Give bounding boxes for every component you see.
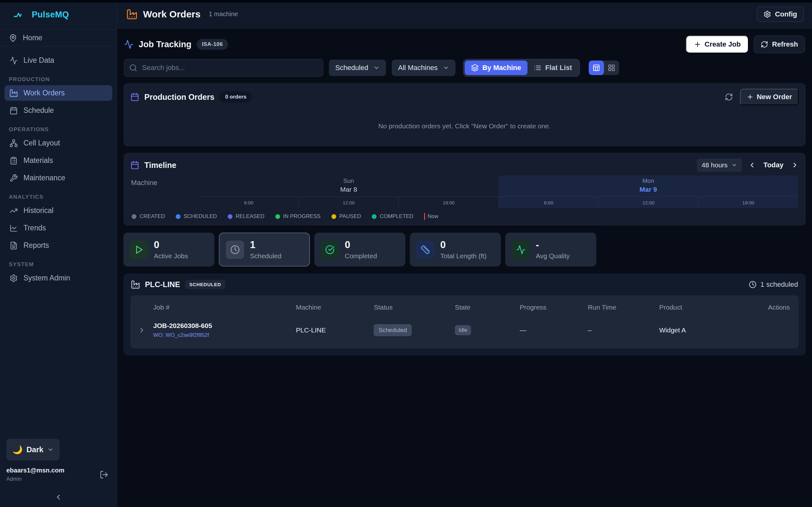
sidebar-item-system-admin[interactable]: System Admin: [4, 270, 112, 286]
refresh-icon[interactable]: [725, 93, 733, 101]
col-actions: Actions: [747, 303, 799, 311]
search-input[interactable]: [124, 59, 323, 77]
col-state: State: [455, 303, 520, 311]
stat-label: Avg Quality: [536, 252, 570, 260]
sidebar-item-label: Work Orders: [23, 89, 65, 97]
legend-dot: [332, 214, 336, 219]
table-row[interactable]: JOB-20260308-605 WO: WO_c2ae9f2f852f PLC…: [131, 317, 799, 345]
legend-item-completed: COMPLETED: [372, 213, 413, 220]
time-range-select[interactable]: 48 hours: [697, 158, 742, 172]
col-progress: Progress: [520, 303, 588, 311]
timeline-panel: Timeline 48 hours Today: [123, 153, 806, 226]
map-pin-icon: [9, 34, 17, 42]
nav-section-system: SYSTEM: [9, 262, 108, 268]
empty-state-message: No production orders yet. Click "New Ord…: [123, 122, 806, 130]
time-tick: 12:00: [299, 197, 398, 208]
sidebar-item-cell-layout[interactable]: Cell Layout: [4, 135, 112, 151]
timeline-grid: Machine Sun Mar 8 6:00 12:00 18:00: [123, 176, 806, 208]
stat-label: Completed: [345, 252, 377, 260]
activity-icon: [512, 240, 530, 259]
sidebar-item-live-data[interactable]: Live Data: [4, 53, 112, 68]
time-tick: 6:00: [199, 197, 299, 208]
isa-badge: ISA-106: [197, 39, 229, 50]
create-job-button[interactable]: Create Job: [686, 36, 749, 53]
theme-selector[interactable]: 🌙 Dark: [6, 439, 60, 460]
wrench-icon: [9, 174, 18, 182]
timeline-day-mon: Mon Mar 9 6:00 12:00 18:00: [499, 176, 798, 208]
plus-icon: [747, 94, 754, 101]
legend-item-scheduled: SCHEDULED: [176, 213, 217, 220]
work-order-link[interactable]: WO: WO_c2ae9f2f852f: [153, 332, 296, 338]
logout-icon[interactable]: [100, 470, 108, 479]
jobs-table-header: Job # Machine Status State Progress Run …: [131, 297, 799, 317]
calendar-icon: [131, 93, 139, 101]
page-header: Work Orders 1 machine Config: [117, 0, 812, 29]
chart-line-icon: [9, 224, 18, 232]
legend-item-paused: PAUSED: [332, 213, 361, 220]
job-tracking-toolbar: Job Tracking ISA-106 Create Job Refresh: [124, 36, 805, 53]
sidebar-item-schedule[interactable]: Schedule: [4, 103, 112, 118]
sidebar-nav: Live Data PRODUCTION Work Orders Schedul…: [0, 46, 117, 439]
sidebar-item-reports[interactable]: Reports: [4, 238, 112, 253]
by-machine-label: By Machine: [483, 64, 521, 72]
filter-bar: Scheduled All Machines By Machine: [124, 59, 805, 77]
stat-card-completed[interactable]: 0 Completed: [314, 233, 405, 267]
search-box: [124, 59, 323, 77]
sidebar-item-historical[interactable]: Historical: [4, 203, 112, 218]
table-view-button[interactable]: [589, 60, 604, 75]
sidebar-item-label: Trends: [23, 224, 46, 232]
new-order-button[interactable]: New Order: [740, 89, 799, 105]
page-title: Work Orders: [143, 9, 200, 20]
sidebar-item-materials[interactable]: Materials: [4, 153, 112, 168]
timeline-next-button[interactable]: [791, 161, 799, 169]
col-run-time: Run Time: [588, 303, 659, 311]
sidebar-item-label: Home: [23, 34, 42, 42]
stat-card-avg-quality[interactable]: - Avg Quality: [505, 233, 596, 267]
status-filter-select[interactable]: Scheduled: [329, 60, 386, 76]
date-label: Mar 9: [499, 186, 798, 193]
clipboard-list-icon: [9, 157, 18, 165]
machine-filter-value: All Machines: [398, 64, 438, 72]
legend-dot: [372, 214, 376, 219]
flat-list-label: Flat List: [545, 64, 572, 72]
time-tick: 12:00: [598, 197, 698, 208]
by-machine-toggle[interactable]: By Machine: [465, 60, 527, 75]
factory-icon: [9, 89, 18, 97]
timeline-legend: CREATED SCHEDULED RELEASED IN PROGRESS P…: [123, 208, 806, 221]
nav-section-analytics: ANALYTICS: [9, 194, 108, 200]
user-info: ebaars1@msn.com Admin: [0, 467, 117, 482]
sidebar-item-maintenance[interactable]: Maintenance: [4, 170, 112, 186]
factory-icon: [131, 280, 140, 289]
user-role: Admin: [6, 476, 64, 482]
check-circle-icon: [321, 240, 339, 259]
sidebar-item-home[interactable]: Home: [0, 30, 117, 46]
refresh-button[interactable]: Refresh: [754, 36, 805, 53]
expand-row-button[interactable]: [131, 326, 153, 334]
grid-view-button[interactable]: [604, 60, 619, 75]
chevron-down-icon: [731, 162, 737, 168]
content: Job Tracking ISA-106 Create Job Refresh: [117, 29, 812, 355]
layers-icon: [471, 64, 478, 72]
machine-status-badge: SCHEDULED: [185, 280, 225, 289]
legend-dot: [132, 214, 136, 219]
clock-icon: [226, 240, 244, 259]
sidebar-item-work-orders[interactable]: Work Orders: [4, 85, 112, 101]
col-status: Status: [374, 303, 455, 311]
moon-icon: 🌙: [12, 445, 22, 455]
timeline-prev-button[interactable]: [748, 161, 756, 169]
stat-card-scheduled[interactable]: 1 Scheduled: [219, 233, 310, 267]
stat-card-active-jobs[interactable]: 0 Active Jobs: [123, 233, 214, 267]
col-product: Product: [659, 303, 747, 311]
stat-value: 0: [345, 239, 377, 250]
machine-filter-select[interactable]: All Machines: [392, 60, 455, 76]
stat-card-total-length[interactable]: 0 Total Length (ft): [410, 233, 501, 267]
config-button[interactable]: Config: [757, 7, 804, 22]
stat-value: -: [536, 239, 570, 250]
brand-row: PulseMQ: [0, 0, 117, 30]
sidebar-collapse-button[interactable]: [0, 493, 117, 501]
sidebar-item-trends[interactable]: Trends: [4, 220, 112, 236]
sidebar-item-label: Maintenance: [23, 174, 65, 182]
user-email: ebaars1@msn.com: [6, 467, 64, 474]
flat-list-toggle[interactable]: Flat List: [527, 60, 578, 75]
today-button[interactable]: Today: [763, 161, 783, 169]
